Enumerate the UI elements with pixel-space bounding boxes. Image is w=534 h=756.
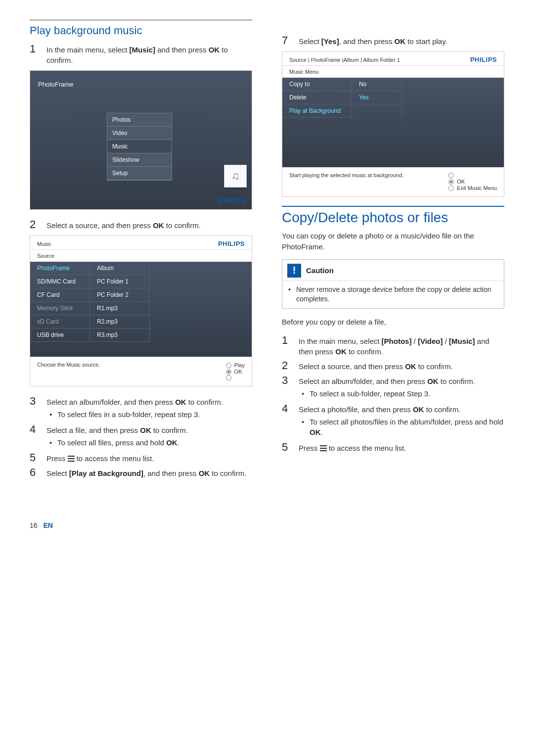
album-item: PC Folder 1	[90, 275, 149, 288]
ok-label: OK	[457, 179, 465, 185]
source-item: xD Card	[30, 315, 89, 329]
photoframe-label: PhotoFrame	[38, 81, 74, 88]
ok-button-icon	[448, 179, 454, 185]
philips-brand: PHILIPS	[470, 56, 497, 63]
exit-label: Exit Music Menu	[457, 185, 497, 191]
music-note-icon: ♫	[224, 165, 247, 188]
step-4-sub: To select all files, press and hold OK.	[46, 437, 252, 448]
caution-text: Never remove a storage device before the…	[282, 281, 504, 309]
file-item: R1.mp3	[90, 302, 149, 315]
before-text: Before you copy or delete a file,	[282, 317, 504, 328]
rstep-2-text: Select a source, and then press OK to co…	[299, 360, 504, 372]
option-no: No	[352, 78, 401, 91]
hint-text: Choose the Music source.	[37, 362, 100, 368]
hint-text: Start playing the selected music at back…	[289, 172, 403, 178]
play-label: Play	[234, 362, 245, 368]
step-number: 6	[30, 467, 39, 478]
album-item: PC Folder 2	[90, 288, 149, 302]
rstep-4-sub: To select all photos/files in the ablum/…	[299, 417, 504, 437]
d-pad-down-icon	[448, 186, 454, 191]
rstep-3-text: Select an album/folder, and then press O…	[299, 375, 504, 400]
album-item: Album	[90, 262, 149, 275]
step-number: 2	[282, 360, 291, 372]
step-2-text: Select a source, and then press OK to co…	[46, 219, 252, 231]
shot-subtitle: Music Menu	[282, 66, 504, 78]
intro-text: You can copy or delete a photo or a musi…	[282, 231, 504, 252]
source-item: PhotoFrame	[30, 262, 89, 275]
menu-item-play-bg: Play at Background	[282, 104, 352, 118]
screenshot-main-menu: PhotoFrame Photos Video Music Slideshow …	[30, 70, 252, 210]
option-yes: Yes	[352, 91, 401, 104]
d-pad-down-icon	[226, 375, 231, 380]
step-6-text: Select [Play at Background], and then pr…	[46, 467, 252, 478]
step-3-text: Select an album/folder, and then press O…	[46, 395, 252, 421]
step-number: 5	[30, 452, 39, 464]
d-pad-up-icon	[226, 363, 231, 368]
philips-brand: PHILIPS	[219, 197, 246, 204]
menu-item-delete: Delete	[282, 91, 352, 104]
source-item: SD/MMC Card	[30, 275, 89, 288]
page-lang: EN	[43, 521, 52, 529]
shot-title: Music	[37, 241, 51, 247]
step-1-text: In the main menu, select [Music] and the…	[46, 43, 252, 65]
file-item: R3.mp3	[90, 329, 149, 342]
step-3-sub: To select files in a sub-folder, repeat …	[46, 409, 252, 420]
screenshot-music-menu: Source | FhotoFrame |Album | Album Folde…	[282, 51, 504, 197]
copy-delete-heading: Copy/Delete photos or files	[282, 210, 504, 226]
rstep-5-text: Press to access the menu list.	[299, 441, 504, 453]
source-item: Memory Stick	[30, 302, 89, 315]
rstep-4-text: Select a photo/file, and then press OK t…	[299, 403, 504, 438]
rstep-3-sub: To select a sub-folder, repeat Step 3.	[299, 388, 504, 399]
caution-label: Caution	[306, 266, 334, 275]
ok-button-icon	[226, 369, 231, 375]
rstep-1-text: In the main menu, select [Photos] / [Vid…	[299, 334, 504, 357]
file-item: R2.mp3	[90, 315, 149, 329]
menu-icon	[68, 456, 75, 462]
menu-item-setup: Setup	[107, 167, 172, 180]
step-number: 2	[30, 219, 39, 231]
page-footer: 16 EN	[30, 521, 504, 529]
step-number: 1	[282, 334, 291, 357]
menu-item-slideshow: Slideshow	[107, 153, 172, 167]
breadcrumb: Source | FhotoFrame |Album | Album Folde…	[289, 57, 400, 63]
shot-subtitle: Source	[30, 250, 252, 262]
menu-item-copy: Copy to	[282, 78, 352, 91]
philips-brand: PHILIPS	[218, 240, 245, 247]
menu-item-video: Video	[107, 127, 172, 140]
menu-icon	[320, 445, 327, 451]
screenshot-music-source: Music PHILIPS Source PhotoFrame SD/MMC C…	[30, 236, 252, 386]
step-number: 4	[282, 403, 291, 438]
ok-label: OK	[234, 369, 242, 375]
step-number: 3	[282, 375, 291, 400]
step-number: 4	[30, 424, 39, 449]
source-item: CF Card	[30, 288, 89, 302]
step-number: 1	[30, 43, 39, 65]
step-number: 3	[30, 395, 39, 421]
step-number: 7	[282, 35, 291, 47]
menu-item-music: Music	[107, 140, 172, 153]
play-bg-music-heading: Play background music	[30, 24, 252, 37]
page-number: 16	[30, 521, 38, 529]
source-item: USB drive	[30, 329, 89, 342]
caution-icon: !	[287, 264, 301, 278]
d-pad-up-icon	[448, 173, 454, 178]
step-number: 5	[282, 441, 291, 453]
menu-item-photos: Photos	[107, 113, 172, 127]
step-7-text: Select [Yes], and then press OK to start…	[299, 35, 504, 47]
step-5-text: Press to access the menu list.	[46, 452, 252, 464]
caution-box: ! Caution Never remove a storage device …	[282, 259, 504, 309]
step-4-text: Select a file, and then press OK to conf…	[46, 424, 252, 449]
